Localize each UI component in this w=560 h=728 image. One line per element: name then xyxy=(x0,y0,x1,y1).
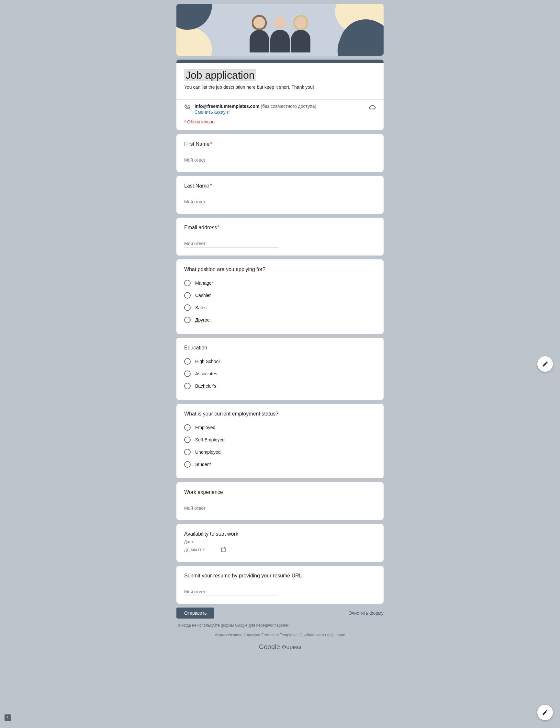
calendar-icon xyxy=(221,547,226,552)
alert-icon: ! xyxy=(7,715,8,720)
edit-fab-button-bottom[interactable] xyxy=(537,705,553,720)
form-title: Job application xyxy=(184,69,256,81)
question-label: Submit your resume by providing your res… xyxy=(184,573,376,579)
visibility-off-icon xyxy=(184,104,191,110)
radio-icon xyxy=(184,449,191,455)
question-education: Education High School Associates Bachelo… xyxy=(177,338,383,400)
question-label: Last Name* xyxy=(184,183,376,189)
radio-option[interactable]: Student xyxy=(184,458,376,471)
first-name-input[interactable] xyxy=(184,155,278,164)
radio-option[interactable]: Sales xyxy=(184,301,376,314)
question-work-experience: Work experience xyxy=(177,482,383,520)
date-sublabel: Дата xyxy=(184,540,376,544)
radio-icon xyxy=(184,383,191,389)
form-banner xyxy=(177,4,383,56)
banner-shape xyxy=(177,4,212,30)
radio-option[interactable]: Associates xyxy=(184,368,376,380)
clear-form-button[interactable]: Очистить форму xyxy=(348,610,383,616)
account-email: info@freemiumtemplates.com xyxy=(195,104,259,109)
question-last-name: Last Name* xyxy=(177,176,383,214)
account-no-share: (без совместного доступа) xyxy=(261,104,316,109)
radio-option[interactable]: Self-Employed xyxy=(184,434,376,446)
report-abuse-link[interactable]: Сообщение о нарушении xyxy=(300,633,345,637)
required-indicator: * Обязательно xyxy=(177,115,383,130)
question-availability: Availability to start work Дата дд.мм.гг… xyxy=(177,524,383,562)
question-label: First Name* xyxy=(184,141,376,147)
radio-option[interactable]: High School xyxy=(184,355,376,368)
email-input[interactable] xyxy=(184,239,278,248)
question-resume-url: Submit your resume by providing your res… xyxy=(177,566,383,604)
radio-option[interactable]: Bachelor's xyxy=(184,380,376,392)
radio-option[interactable]: Manager xyxy=(184,277,376,289)
banner-shape xyxy=(177,27,212,56)
other-text-input[interactable] xyxy=(215,317,376,323)
question-label: Education xyxy=(184,345,376,351)
radio-option[interactable]: Employed xyxy=(184,421,376,434)
radio-icon xyxy=(184,424,191,431)
radio-icon xyxy=(184,304,191,311)
radio-icon xyxy=(184,280,191,286)
question-employment: What is your current employment status? … xyxy=(177,404,383,478)
radio-icon xyxy=(184,358,191,365)
switch-account-link[interactable]: Сменить аккаунт xyxy=(195,109,369,115)
header-accent-bar xyxy=(177,60,383,63)
question-first-name: First Name* xyxy=(177,134,383,172)
question-label: What is your current employment status? xyxy=(184,411,376,417)
report-problem-button[interactable]: ! xyxy=(5,714,11,721)
date-placeholder: дд.мм.гггг xyxy=(184,547,221,552)
radio-icon xyxy=(184,437,191,443)
question-label: Availability to start work xyxy=(184,531,376,537)
pencil-icon xyxy=(542,709,548,716)
banner-people xyxy=(249,17,311,56)
form-header-card: Job application You can list the job des… xyxy=(177,60,383,130)
radio-option-other[interactable]: Другое: xyxy=(184,314,376,326)
password-disclaimer: Никогда не используйте формы Google для … xyxy=(177,623,383,628)
radio-option[interactable]: Unemployed xyxy=(184,446,376,458)
submit-button[interactable]: Отправить xyxy=(177,608,214,619)
radio-icon xyxy=(184,317,191,323)
last-name-input[interactable] xyxy=(184,197,278,206)
pencil-icon xyxy=(542,361,548,367)
google-forms-brand[interactable]: Google Формы xyxy=(177,643,383,651)
question-email: Email address* xyxy=(177,218,383,256)
resume-url-input[interactable] xyxy=(184,587,278,596)
radio-icon xyxy=(184,370,191,377)
question-label: What position are you applying for? xyxy=(184,267,376,272)
question-label: Work experience xyxy=(184,489,376,495)
domain-line: Форма создана в домене Freemium Template… xyxy=(177,633,383,637)
radio-option[interactable]: Cashier xyxy=(184,289,376,301)
form-description: You can list the job description here bu… xyxy=(184,85,376,90)
radio-icon xyxy=(184,292,191,299)
cloud-icon xyxy=(369,104,376,111)
question-label: Email address* xyxy=(184,225,376,231)
radio-icon xyxy=(184,461,191,468)
work-experience-input[interactable] xyxy=(184,504,278,512)
edit-fab-button[interactable] xyxy=(537,356,553,372)
date-input[interactable]: дд.мм.гггг xyxy=(184,545,226,554)
question-position: What position are you applying for? Mana… xyxy=(177,259,383,334)
